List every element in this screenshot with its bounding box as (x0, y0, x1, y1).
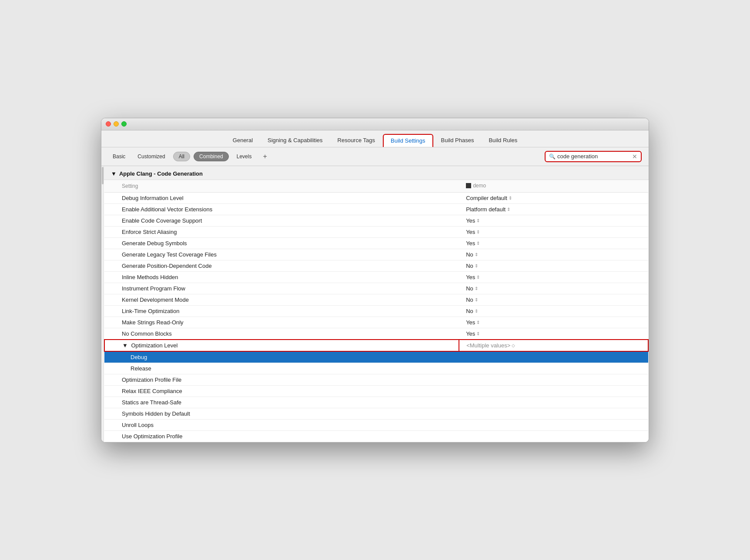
table-row[interactable]: Kernel Development Mode No ⇕ (104, 294, 648, 305)
tab-general[interactable]: General (226, 134, 260, 146)
content-area: ▼ Apple Clang - Code Generation Setting … (101, 166, 649, 442)
setting-value: Yes ⇕ (459, 215, 648, 226)
table-row[interactable]: Enforce Strict Aliasing Yes ⇕ (104, 226, 648, 237)
all-button[interactable]: All (173, 152, 190, 161)
table-row[interactable]: Unroll Loops (104, 419, 648, 430)
setting-name: Debug Information Level (104, 192, 459, 203)
table-row[interactable]: Generate Debug Symbols Yes ⇕ (104, 237, 648, 249)
table-row[interactable]: Inline Methods Hidden Yes ⇕ (104, 271, 648, 283)
table-row[interactable]: Statics are Thread-Safe (104, 397, 648, 408)
table-row[interactable]: Enable Additional Vector Extensions Plat… (104, 203, 648, 215)
stepper-icon[interactable]: ⇕ (475, 286, 478, 291)
table-row[interactable]: Symbols Hidden by Default (104, 408, 648, 419)
stepper-icon[interactable]: ⇕ (476, 275, 480, 280)
value-text: No (466, 285, 473, 292)
table-row[interactable]: Generate Position-Dependent Code No ⇕ (104, 260, 648, 271)
setting-name: Inline Methods Hidden (104, 271, 459, 283)
close-button[interactable] (106, 121, 111, 127)
setting-value: No ⇕ (459, 305, 648, 317)
table-row[interactable]: Make Strings Read-Only Yes ⇕ (104, 317, 648, 328)
section-toggle[interactable]: ▼ (111, 170, 117, 177)
stepper-icon[interactable]: ⇕ (475, 252, 478, 257)
setting-name: Generate Position-Dependent Code (104, 260, 459, 271)
table-row[interactable]: Relax IEEE Compliance (104, 385, 648, 397)
table-row[interactable]: Debug Information Level Compiler default… (104, 192, 648, 203)
table-row[interactable]: Generate Legacy Test Coverage Files No ⇕ (104, 249, 648, 260)
setting-value: Yes ⇕ (459, 226, 648, 237)
setting-name: Debug (104, 351, 459, 363)
setting-value (459, 419, 648, 430)
setting-value: Yes ⇕ (459, 237, 648, 249)
demo-icon (466, 183, 471, 188)
multiple-values-text: <Multiple values> (466, 342, 510, 349)
table-row[interactable]: Optimization Profile File (104, 374, 648, 385)
setting-name: Generate Debug Symbols (104, 237, 459, 249)
search-clear-button[interactable]: ✕ (632, 153, 637, 160)
col-setting: Setting (104, 180, 459, 193)
group-toggle[interactable]: ▼ (122, 342, 128, 349)
value-text: Yes (466, 274, 475, 280)
stepper-icon[interactable]: ⇕ (475, 297, 478, 302)
setting-name: Use Optimization Profile (104, 430, 459, 442)
stepper-icon[interactable]: ⇕ (507, 207, 510, 212)
setting-value (459, 351, 648, 363)
section-header: ▼ Apple Clang - Code Generation (104, 166, 649, 180)
table-row[interactable]: No Common Blocks Yes ⇕ (104, 328, 648, 340)
table-row[interactable]: Enable Code Coverage Support Yes ⇕ (104, 215, 648, 226)
setting-name-text: Optimization Level (131, 342, 178, 349)
value-text: No (466, 263, 473, 269)
main-window: General Signing & Capabilities Resource … (101, 118, 649, 443)
release-row[interactable]: Release (104, 363, 648, 374)
titlebar (101, 118, 649, 130)
value-text: No (466, 297, 473, 303)
optimization-level-row[interactable]: ▼ Optimization Level <Multiple values> ◇ (104, 340, 648, 351)
tab-signing[interactable]: Signing & Capabilities (261, 134, 329, 146)
setting-name: Enable Additional Vector Extensions (104, 203, 459, 215)
add-button[interactable]: + (259, 151, 270, 162)
levels-button[interactable]: Levels (232, 152, 256, 161)
setting-value: Platform default ⇕ (459, 203, 648, 215)
setting-value (459, 397, 648, 408)
tab-resource-tags[interactable]: Resource Tags (331, 134, 382, 146)
optimization-level-value[interactable]: <Multiple values> ◇ <Multiple values> ◇ (459, 340, 648, 351)
setting-name: Optimization Profile File (104, 374, 459, 385)
nav-tabs: General Signing & Capabilities Resource … (101, 130, 649, 147)
setting-name: Link-Time Optimization (104, 305, 459, 317)
section-title: Apple Clang - Code Generation (119, 170, 203, 177)
stepper-icon[interactable]: ⇕ (476, 331, 480, 336)
setting-name: Make Strings Read-Only (104, 317, 459, 328)
minimize-button[interactable] (114, 121, 119, 127)
customized-button[interactable]: Customized (133, 152, 169, 161)
tab-build-settings[interactable]: Build Settings (383, 134, 433, 147)
value-text: Compiler default (466, 195, 507, 201)
stepper-icon[interactable]: ◇ (512, 343, 515, 348)
debug-row[interactable]: Debug (104, 351, 648, 363)
stepper-icon[interactable]: ⇕ (476, 218, 480, 223)
stepper-icon[interactable]: ⇕ (476, 320, 480, 325)
stepper-icon[interactable]: ⇕ (475, 309, 478, 313)
stepper-icon[interactable]: ⇕ (509, 196, 512, 200)
stepper-icon[interactable]: ⇕ (475, 263, 478, 268)
setting-value: No ⇕ (459, 283, 648, 294)
tab-build-rules[interactable]: Build Rules (482, 134, 524, 146)
search-input[interactable] (557, 153, 630, 160)
setting-value (459, 430, 648, 442)
setting-name: Enforce Strict Aliasing (104, 226, 459, 237)
basic-button[interactable]: Basic (108, 152, 130, 161)
setting-name: Kernel Development Mode (104, 294, 459, 305)
setting-name: Enable Code Coverage Support (104, 215, 459, 226)
stepper-icon[interactable]: ⇕ (476, 230, 480, 234)
table-row[interactable]: Link-Time Optimization No ⇕ (104, 305, 648, 317)
setting-value: Yes ⇕ (459, 317, 648, 328)
tab-build-phases[interactable]: Build Phases (434, 134, 481, 146)
value-text: Platform default (466, 206, 506, 213)
table-row[interactable]: Use Optimization Profile (104, 430, 648, 442)
search-container: 🔍 ✕ (545, 151, 642, 162)
combined-button[interactable]: Combined (194, 152, 229, 161)
table-row[interactable]: Instrument Program Flow No ⇕ (104, 283, 648, 294)
toolbar: Basic Customized All Combined Levels + 🔍… (101, 147, 649, 166)
stepper-icon[interactable]: ⇕ (476, 241, 480, 246)
value-text: Yes (466, 229, 475, 235)
setting-name: Relax IEEE Compliance (104, 385, 459, 397)
maximize-button[interactable] (121, 121, 127, 127)
